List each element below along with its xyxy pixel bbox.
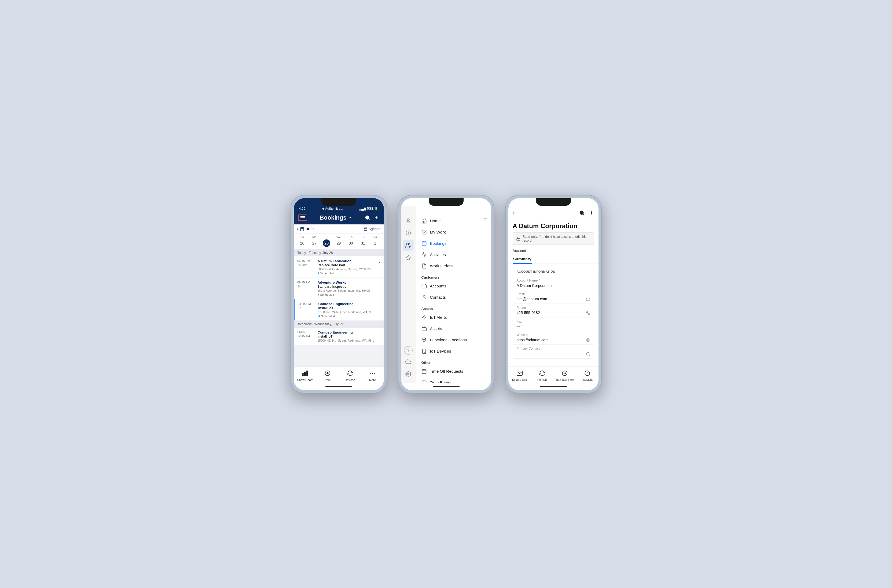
email-link-button[interactable]: Email a Link (510, 369, 529, 381)
detail-header: ‹ (508, 208, 599, 219)
nav-item-workorders[interactable]: Work Orders (416, 260, 491, 272)
fax-value: --- (517, 324, 520, 328)
email-icon[interactable] (586, 297, 590, 302)
field-email: Email eva@adatum.com (513, 290, 594, 304)
sidebar-icon-person[interactable] (403, 215, 414, 226)
add-icon[interactable] (374, 215, 379, 220)
start-task-flow-button[interactable]: Start Task Flow (555, 369, 574, 381)
event-arrow-icon: › (378, 259, 380, 275)
header-icons (365, 215, 379, 220)
nav-item-accounts[interactable]: Accounts (416, 280, 491, 292)
nav-item-activities-label: Activities (430, 252, 446, 257)
nav-item-contacts[interactable]: Contacts (416, 292, 491, 303)
nav-item-time-entries[interactable]: Time Entries (416, 377, 491, 382)
svg-point-27 (586, 352, 589, 355)
nav-item-bookings[interactable]: Bookings (416, 238, 491, 249)
day-mo[interactable]: Mo 27 (309, 236, 320, 247)
event-item[interactable]: ENDS 12:45 AM Contoso Engineering Instal… (294, 328, 384, 345)
contact-search-icon[interactable] (586, 351, 590, 356)
calendar-icon (300, 227, 304, 231)
nav-item-contacts-label: Contacts (430, 295, 446, 300)
nav-item-time-off-requests[interactable]: Time Off Requests (416, 366, 491, 377)
tab-more[interactable]: ··· (538, 255, 542, 264)
event-time: 06:15 PM 2h 30m (297, 259, 315, 275)
event-item[interactable]: 06:15 PM 2h 30m A Datum Fabrication Repl… (294, 256, 384, 278)
status-carrier: ◄ Authentica... (321, 207, 343, 210)
more-button[interactable]: More (365, 369, 381, 381)
home-bar (294, 382, 384, 390)
day-th[interactable]: Th 30 (345, 236, 356, 247)
sidebar-icon-bookings[interactable] (403, 240, 414, 251)
day-we[interactable]: We 29 (333, 236, 344, 247)
nav-item-mywork-label: My Work (430, 230, 446, 234)
day-su[interactable]: Su 26 (297, 236, 308, 247)
sidebar-icon-clock[interactable] (403, 228, 414, 238)
nav-item-iot-alerts[interactable]: IoT Alerts (416, 312, 491, 323)
nav-home-arrow: › (484, 219, 485, 224)
agenda-label: Agenda (369, 227, 381, 231)
nav-item-iot-devices[interactable]: IoT Devices (416, 346, 491, 357)
tab-summary[interactable]: Summary (513, 255, 532, 264)
event-item[interactable]: 09:15 PM 2h Adventure Works Standard Ins… (294, 278, 384, 299)
nav-item-iot-alerts-label: IoT Alerts (430, 315, 447, 320)
nav-item-assets[interactable]: Assets (416, 323, 491, 334)
account-title: A Datum Corporation (508, 219, 599, 231)
svg-rect-3 (303, 373, 304, 376)
svg-rect-2 (364, 228, 367, 231)
status-time: 4:55 (299, 207, 305, 210)
sidebar-icon-settings[interactable] (403, 369, 414, 380)
assistant-button[interactable]: Assistant (578, 369, 597, 381)
nav-item-mywork[interactable]: My Work (416, 226, 491, 238)
menu-button[interactable] (298, 214, 307, 221)
svg-point-15 (423, 296, 425, 297)
cal-prev-button[interactable]: ‹ (297, 226, 298, 231)
nav-item-home[interactable]: Home › (416, 215, 491, 226)
nav-item-iot-devices-label: IoT Devices (430, 349, 451, 353)
nav-item-functional-locations[interactable]: Functional Locations (416, 334, 491, 346)
svg-point-8 (372, 373, 373, 374)
event-content: Adventure Works Standard Inspection 162 … (318, 280, 380, 296)
field-phone: Phone 425-555-0182 (513, 304, 594, 318)
nav-sidebar: ? (401, 206, 416, 382)
nav-item-bookings-label: Bookings (430, 241, 447, 246)
phone-icon[interactable] (586, 310, 590, 315)
svg-rect-4 (305, 372, 306, 376)
refresh-button[interactable]: Refresh (342, 369, 358, 381)
event-item[interactable]: 11:45 PM 1h Contoso Engineering Install … (294, 299, 384, 321)
sidebar-icon-cloud[interactable] (403, 356, 414, 367)
globe-icon[interactable] (586, 338, 590, 342)
cal-next-button[interactable]: › (313, 226, 315, 231)
detail-tabs: Summary ··· (508, 255, 599, 264)
nav-item-activities[interactable]: Activities (416, 249, 491, 260)
days-grid: Su 26 Mo 27 Tu 28 We 29 Th 30 (294, 234, 384, 249)
svg-rect-5 (306, 371, 308, 376)
back-button[interactable]: ‹ (513, 210, 515, 216)
refresh-button[interactable]: Refresh (533, 369, 552, 381)
nav-section-other: Other (416, 357, 491, 366)
sidebar-icon-pin[interactable] (403, 252, 414, 263)
day-sa[interactable]: Sa 1 (370, 236, 380, 247)
nav-item-assets-label: Assets (430, 326, 442, 331)
new-button[interactable]: New (320, 369, 336, 381)
search-icon[interactable] (365, 215, 370, 220)
day-fr[interactable]: Fr 31 (357, 236, 368, 247)
svg-point-12 (407, 243, 408, 245)
readonly-message: Read-only: You don't have access to edit… (523, 235, 591, 242)
search-icon[interactable] (579, 210, 584, 216)
day-tu[interactable]: Tu 28 (321, 236, 332, 247)
events-list: Today - Tuesday, July 28 06:15 PM 2h 30m… (294, 249, 384, 366)
event-content: Contoso Engineering Install IoT 15000 NE… (318, 302, 380, 318)
nav-item-functional-locations-label: Functional Locations (430, 338, 467, 342)
field-fax: Fax --- (513, 318, 594, 331)
today-header: Today - Tuesday, July 28 (294, 249, 384, 256)
field-account-name: Account Name * A Datum Corporation (513, 276, 594, 290)
add-icon[interactable] (589, 210, 594, 216)
tomorrow-header: Tomorrow - Wednesday, July 29 (294, 321, 384, 328)
svg-point-0 (366, 216, 369, 219)
website-value: https://adatum.com (517, 338, 549, 342)
sidebar-icon-help[interactable]: ? (404, 346, 413, 355)
svg-rect-24 (517, 238, 520, 240)
detail-bottom-toolbar: Email a Link Refresh (508, 366, 599, 382)
agenda-view[interactable]: Agenda (364, 227, 381, 231)
show-chart-button[interactable]: Show Chart (297, 369, 313, 381)
